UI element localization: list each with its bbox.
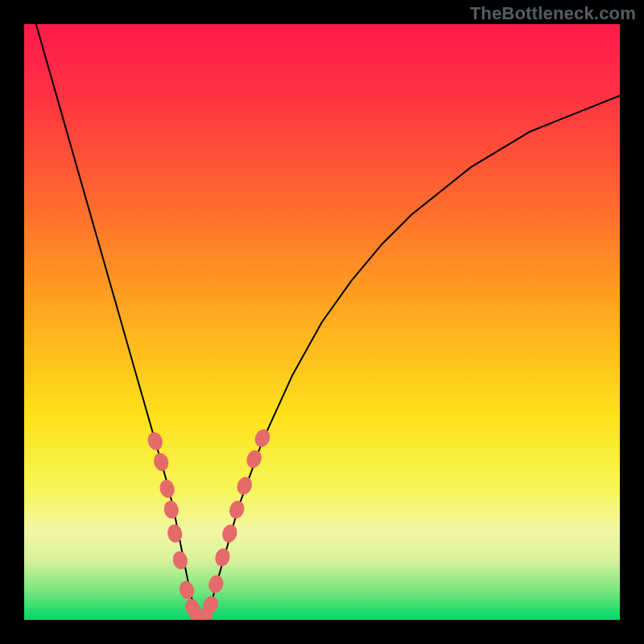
watermark-text: TheBottleneck.com bbox=[470, 3, 636, 24]
chart-plot bbox=[24, 24, 620, 620]
chart-frame: TheBottleneck.com bbox=[0, 0, 644, 644]
